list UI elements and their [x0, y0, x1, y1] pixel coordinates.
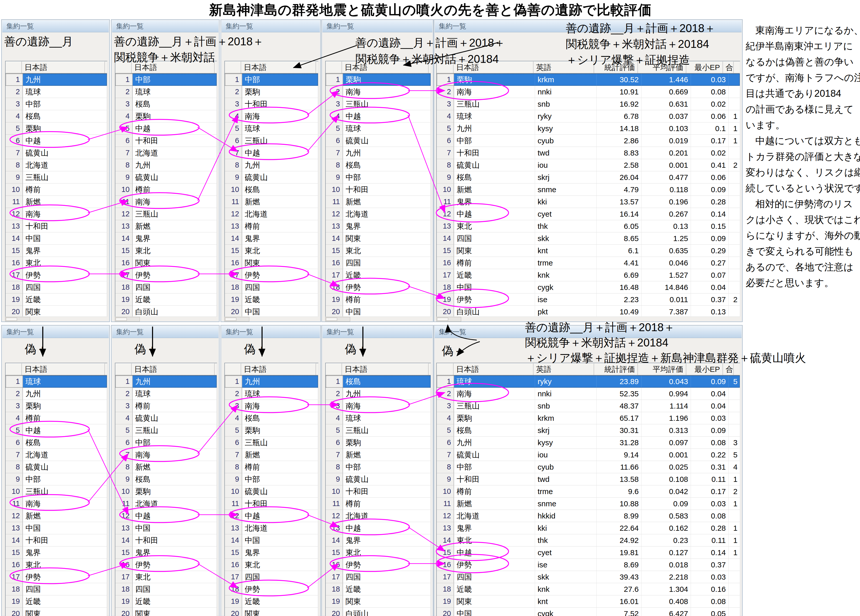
list-row[interactable]: 2琉球	[115, 86, 217, 98]
list-row[interactable]: 7南海	[115, 449, 217, 461]
column-header[interactable]	[326, 61, 342, 73]
column-header-1[interactable]: 日本語	[241, 363, 316, 375]
list-row[interactable]: 20白頭山	[115, 306, 217, 317]
table-row[interactable]: 17四国skk39.432.2180.03	[437, 571, 740, 583]
table-row[interactable]: 2南海nnki52.350.9940.04	[437, 388, 740, 400]
list-row[interactable]: 2栗駒	[225, 86, 318, 98]
window-titlebar[interactable]: 集約一覧	[2, 326, 109, 338]
table-row[interactable]: 18近畿knk27.61.3040.16	[437, 583, 740, 596]
horizontal-scrollbar[interactable]	[115, 317, 140, 321]
list-row[interactable]: 14関東	[326, 232, 431, 245]
list-row[interactable]: 17近畿	[326, 269, 431, 281]
list-row[interactable]: 17伊勢	[225, 269, 318, 281]
list-row[interactable]: 20中国	[225, 306, 318, 317]
table-row[interactable]: 1栗駒krkm30.521.4460.03	[437, 74, 740, 86]
list-row[interactable]: 8北海道	[6, 159, 107, 171]
list-row[interactable]: 11新燃	[326, 196, 431, 208]
list-row[interactable]: 3三瓶山	[326, 98, 431, 110]
column-header-1[interactable]: 日本語	[22, 363, 105, 375]
list-row[interactable]: 20関東	[6, 306, 107, 317]
list-row[interactable]: 1中部	[225, 74, 318, 86]
list-row[interactable]: 8九州	[115, 159, 217, 171]
list-row[interactable]: 6十和田	[115, 135, 217, 147]
list-row[interactable]: 5琉球	[326, 122, 431, 135]
column-header-6[interactable]: 合計	[723, 61, 734, 73]
list-row[interactable]: 14鬼界	[115, 232, 217, 245]
column-header-1[interactable]: 日本語	[454, 363, 534, 375]
window-titlebar[interactable]: 集約一覧	[322, 20, 432, 32]
list-row[interactable]: 13鬼界	[326, 220, 431, 232]
list-row[interactable]: 18四国	[115, 583, 217, 596]
scrollbar-thumb[interactable]	[6, 318, 17, 321]
list-row[interactable]: 17東北	[115, 571, 217, 583]
list-row[interactable]: 7北海道	[115, 147, 217, 159]
column-header[interactable]	[326, 363, 342, 375]
list-row[interactable]: 1九州	[225, 375, 318, 388]
table-row[interactable]: 14四国skk8.651.250.09	[437, 232, 740, 245]
list-row[interactable]: 1琉球	[6, 375, 107, 388]
list-row[interactable]: 5栗駒	[6, 122, 107, 135]
list-row[interactable]: 8硫黄山	[6, 461, 107, 473]
column-header[interactable]	[115, 363, 132, 375]
window-titlebar[interactable]: 集約一覧	[322, 326, 432, 338]
list-row[interactable]: 15鬼界	[6, 245, 107, 257]
table-row[interactable]: 5九州kysy14.180.1030.11	[437, 122, 740, 135]
list-row[interactable]: 19樽前	[326, 293, 431, 306]
list-row[interactable]: 11北海道	[115, 498, 217, 510]
list-row[interactable]: 16関東	[225, 257, 318, 269]
list-row[interactable]: 17四国	[225, 571, 318, 583]
list-row[interactable]: 14中国	[225, 534, 318, 547]
list-row[interactable]: 10硫黄山	[225, 486, 318, 498]
list-row[interactable]: 7中越	[225, 147, 318, 159]
list-row[interactable]: 20関東	[115, 608, 217, 616]
list-row[interactable]: 19近畿	[6, 596, 107, 608]
list-row[interactable]: 13中越	[326, 522, 431, 534]
table-row[interactable]: 1琉球ryky23.890.0430.095	[437, 375, 740, 388]
table-row[interactable]: 14東北thk24.920.230.111	[437, 534, 740, 547]
list-row[interactable]: 4琉球	[326, 412, 431, 424]
list-row[interactable]: 4桜島	[6, 110, 107, 122]
list-row[interactable]: 3中部	[6, 98, 107, 110]
table-row[interactable]: 11鬼界kki13.570.1960.28	[437, 196, 740, 208]
list-row[interactable]: 14鬼界	[326, 534, 431, 547]
list-row[interactable]: 10十和田	[326, 183, 431, 196]
horizontal-scrollbar[interactable]	[325, 317, 350, 321]
list-row[interactable]: 12南海	[6, 208, 107, 220]
list-row[interactable]: 3桜島	[115, 98, 217, 110]
list-row[interactable]: 16関東	[115, 257, 217, 269]
list-row[interactable]: 3栗駒	[6, 400, 107, 412]
list-row[interactable]: 9硫黄山	[115, 171, 217, 183]
list-row[interactable]: 14中国	[6, 232, 107, 245]
table-row[interactable]: 11新燃snme10.880.090.031	[437, 498, 740, 510]
list-row[interactable]: 15東北	[115, 245, 217, 257]
column-header[interactable]	[6, 363, 22, 375]
table-row[interactable]: 5桜島skrj30.310.3130.09	[437, 424, 740, 437]
list-row[interactable]: 3南海	[225, 400, 318, 412]
scrollbar-thumb[interactable]	[326, 318, 337, 321]
list-row[interactable]: 1栗駒	[326, 74, 431, 86]
list-row[interactable]: 15東北	[326, 245, 431, 257]
list-row[interactable]: 16東北	[6, 559, 107, 571]
list-row[interactable]: 10樽前	[115, 183, 217, 196]
list-row[interactable]: 9桜島	[115, 473, 217, 486]
table-row[interactable]: 13鬼界kki22.640.1620.281	[437, 522, 740, 534]
list-row[interactable]: 6三瓶山	[225, 135, 318, 147]
list-row[interactable]: 5三瓶山	[115, 424, 217, 437]
list-row[interactable]: 16伊勢	[115, 559, 217, 571]
list-row[interactable]: 19近畿	[225, 596, 318, 608]
list-row[interactable]: 16東北	[225, 559, 318, 571]
list-row[interactable]: 12新燃	[6, 510, 107, 522]
list-row[interactable]: 19近畿	[225, 293, 318, 306]
list-row[interactable]: 6桜島	[6, 437, 107, 449]
list-row[interactable]: 15鬼界	[115, 547, 217, 559]
scrollbar-thumb[interactable]	[225, 318, 236, 321]
list-row[interactable]: 4南海	[225, 110, 318, 122]
list-row[interactable]: 12北海道	[326, 510, 431, 522]
window-titlebar[interactable]: 集約一覧	[221, 20, 320, 32]
list-row[interactable]: 18伊勢	[225, 583, 318, 596]
list-row[interactable]: 4栗駒	[115, 110, 217, 122]
column-header[interactable]	[6, 61, 22, 73]
list-row[interactable]: 8九州	[225, 159, 318, 171]
list-row[interactable]: 2南海	[326, 86, 431, 98]
list-row[interactable]: 20中国	[326, 306, 431, 317]
